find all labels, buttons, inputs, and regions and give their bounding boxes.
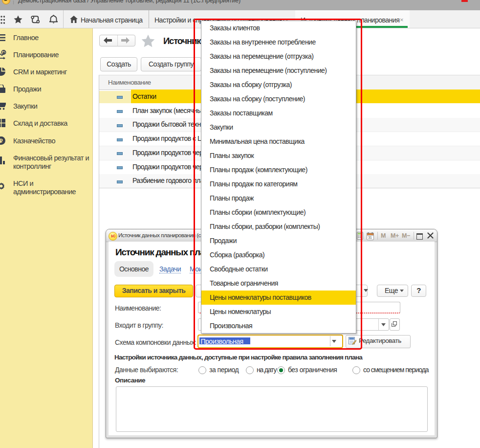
svg-text:31: 31: [368, 235, 372, 240]
svg-text:₽: ₽: [0, 138, 3, 144]
